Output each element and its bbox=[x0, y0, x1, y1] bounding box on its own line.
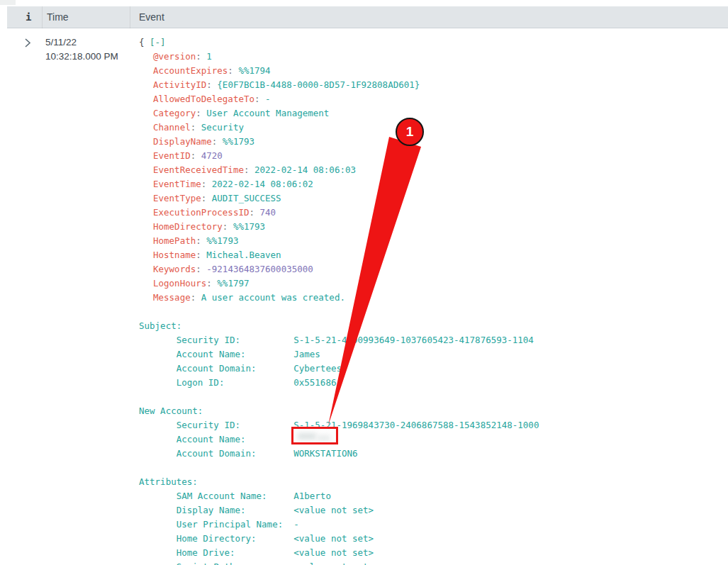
json-value: 1 bbox=[206, 51, 212, 62]
event-line: { [-] bbox=[139, 35, 720, 50]
event-line: Security ID: S-1-5-21-1969843730-2406867… bbox=[139, 418, 720, 432]
json-value: Attributes: bbox=[139, 476, 198, 487]
event-line: Keywords: -9214364837600035000 bbox=[139, 262, 720, 276]
json-value: New Account: bbox=[139, 405, 203, 416]
event-line: Hostname: Micheal.Beaven bbox=[139, 248, 720, 262]
event-line: Script Path: <value not set> bbox=[139, 560, 720, 565]
events-table-header: i Time Event bbox=[7, 6, 728, 28]
info-column-header: i bbox=[26, 6, 31, 28]
event-line: AccountExpires: %%1794 bbox=[139, 64, 720, 78]
json-value: Logon ID: 0x551686 bbox=[139, 377, 336, 388]
json-colon: : bbox=[206, 79, 217, 90]
json-colon: : bbox=[191, 150, 201, 161]
event-line: Message: A user account was created. bbox=[139, 291, 720, 305]
json-key: Message bbox=[153, 292, 191, 303]
json-colon: : bbox=[191, 122, 201, 133]
json-value: Account Name: bbox=[139, 434, 246, 444]
json-colon: : bbox=[196, 264, 206, 274]
json-value: %%1793 bbox=[223, 136, 254, 147]
json-value: %%1793 bbox=[206, 235, 238, 246]
event-line: DisplayName: %%1793 bbox=[139, 135, 720, 149]
json-value: Micheal.Beaven bbox=[206, 250, 281, 260]
json-key: DisplayName bbox=[153, 136, 212, 147]
redacted-text-blur bbox=[298, 433, 316, 440]
json-value: Security ID: S-1-5-21-4000993649-1037605… bbox=[139, 335, 534, 345]
event-line: Security ID: S-1-5-21-4000993649-1037605… bbox=[139, 333, 720, 347]
json-colon: : bbox=[249, 207, 259, 218]
event-line: ExecutionProcessID: 740 bbox=[139, 206, 720, 220]
event-line: Category: User Account Management bbox=[139, 106, 720, 121]
json-value: Subject: bbox=[139, 320, 181, 331]
event-line: EventID: 4720 bbox=[139, 149, 720, 163]
json-value: %%1797 bbox=[217, 278, 249, 289]
json-value: Home Drive: <value not set> bbox=[139, 547, 374, 558]
event-line bbox=[139, 461, 720, 475]
event-line: SAM Account Name: A1berto bbox=[139, 489, 720, 503]
event-line: Attributes: bbox=[139, 475, 720, 489]
json-colon: : bbox=[206, 278, 217, 289]
json-value: %%1794 bbox=[238, 65, 270, 76]
event-line: Account Domain: WORKSTATION6 bbox=[139, 447, 720, 461]
event-line: ActivityID: {E0F7BC1B-4488-0000-8D57-1F9… bbox=[139, 78, 720, 92]
json-colon: : bbox=[196, 108, 206, 118]
expand-chevron-icon[interactable] bbox=[24, 38, 34, 49]
json-value: SAM Account Name: A1berto bbox=[139, 491, 331, 501]
json-value: 740 bbox=[260, 207, 276, 218]
json-value: - bbox=[265, 94, 271, 104]
event-line bbox=[139, 390, 720, 404]
json-key: Channel bbox=[153, 122, 191, 133]
json-colon: : bbox=[201, 179, 212, 189]
event-line: Account Name: bbox=[139, 432, 720, 447]
json-key: EventID bbox=[153, 150, 191, 161]
json-value: Display Name: <value not set> bbox=[139, 505, 374, 515]
collapse-json-toggle[interactable]: [-] bbox=[150, 37, 166, 47]
event-line: EventTime: 2022-02-14 08:06:02 bbox=[139, 177, 720, 191]
annotation-number: 1 bbox=[406, 124, 414, 140]
json-value: Security ID: S-1-5-21-1969843730-2406867… bbox=[139, 420, 539, 430]
json-key: Keywords bbox=[153, 264, 196, 274]
json-colon: : bbox=[196, 51, 206, 62]
json-value: Script Path: <value not set> bbox=[139, 561, 374, 565]
event-line: AllowedToDelegateTo: - bbox=[139, 92, 720, 106]
json-key: Hostname bbox=[153, 250, 196, 260]
json-value: {E0F7BC1B-4488-0000-8D57-1F92808AD601} bbox=[217, 79, 420, 90]
event-date: 5/11/22 bbox=[45, 35, 118, 50]
json-colon: : bbox=[254, 94, 265, 104]
event-line: Logon ID: 0x551686 bbox=[139, 376, 720, 390]
json-value: 2022-02-14 08:06:02 bbox=[212, 179, 313, 189]
json-key: ActivityID bbox=[153, 79, 206, 90]
json-key: AccountExpires bbox=[153, 65, 228, 76]
annotation-number-badge: 1 bbox=[396, 118, 424, 146]
json-colon: : bbox=[196, 235, 206, 246]
json-key: ExecutionProcessID bbox=[153, 207, 249, 218]
json-value: %%1793 bbox=[233, 221, 265, 232]
event-time: 10:32:18.000 PM bbox=[45, 50, 118, 64]
json-value: Account Name: James bbox=[139, 349, 320, 359]
json-value: Account Domain: WORKSTATION6 bbox=[139, 448, 358, 459]
json-key: EventType bbox=[153, 193, 201, 203]
json-colon: : bbox=[223, 221, 233, 232]
event-line: HomeDirectory: %%1793 bbox=[139, 220, 720, 234]
json-colon: : bbox=[196, 250, 206, 260]
event-raw-text: { [-]@version: 1AccountExpires: %%1794Ac… bbox=[139, 35, 720, 565]
event-line: User Principal Name: - bbox=[139, 518, 720, 532]
json-colon: : bbox=[228, 65, 238, 76]
json-key: EventTime bbox=[153, 179, 201, 189]
event-line: EventType: AUDIT_SUCCESS bbox=[139, 191, 720, 206]
json-colon: : bbox=[201, 193, 212, 203]
event-line: Channel: Security bbox=[139, 121, 720, 135]
redaction-highlight-box bbox=[291, 427, 338, 444]
event-line: New Account: bbox=[139, 404, 720, 418]
event-line: Subject: bbox=[139, 319, 720, 333]
json-value: AUDIT_SUCCESS bbox=[212, 193, 281, 203]
event-line: EventReceivedTime: 2022-02-14 08:06:03 bbox=[139, 163, 720, 177]
event-line: Home Drive: <value not set> bbox=[139, 546, 720, 560]
event-line: Account Name: James bbox=[139, 347, 720, 362]
event-line: @version: 1 bbox=[139, 50, 720, 64]
json-brace: { bbox=[139, 37, 150, 47]
json-key: Category bbox=[153, 108, 196, 118]
redacted-text-blur bbox=[317, 435, 330, 441]
json-value: 4720 bbox=[201, 150, 223, 161]
header-divider bbox=[42, 6, 43, 28]
json-value: User Principal Name: - bbox=[139, 519, 299, 530]
